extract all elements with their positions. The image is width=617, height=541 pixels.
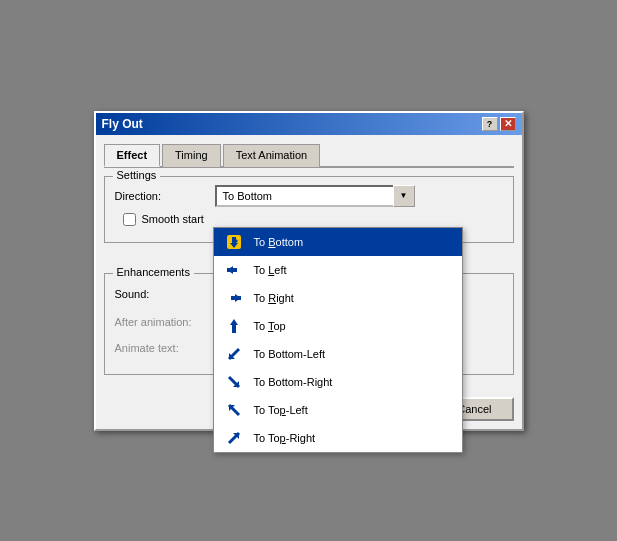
arrow-up-right-icon [222,428,246,448]
direction-row: Direction: To Bottom [115,185,503,207]
settings-group-label: Settings [113,169,161,181]
dropdown-item-to-bottom-left[interactable]: To Bottom-Left [214,340,462,368]
after-animation-label: After animation: [115,316,215,328]
direction-dropdown: To Bottom To Left [213,227,463,453]
item-label-to-bottom: To Bottom [254,236,304,248]
direction-select-wrapper: To Bottom [215,185,415,207]
smooth-start-checkbox[interactable] [123,213,136,226]
smooth-start-row: Smooth start [123,213,503,226]
arrow-up-left-icon [222,400,246,420]
item-label-to-top: To Top [254,320,286,332]
arrow-left-icon [222,260,246,280]
smooth-start-label: Smooth start [142,213,204,225]
arrow-right-icon [222,288,246,308]
svg-marker-7 [235,294,241,302]
tab-bar: Effect Timing Text Animation [104,143,514,168]
dropdown-item-to-bottom[interactable]: To Bottom [214,228,462,256]
arrow-down-icon [222,232,246,252]
item-label-to-top-right: To Top-Right [254,432,316,444]
dropdown-item-to-left[interactable]: To Left [214,256,462,284]
close-button[interactable]: ✕ [500,117,516,131]
title-bar-buttons: ? ✕ [482,117,516,131]
item-label-to-right: To Right [254,292,294,304]
item-label-to-bottom-left: To Bottom-Left [254,348,326,360]
dialog-body: Effect Timing Text Animation Settings Di… [96,135,522,393]
arrow-up-icon [222,316,246,336]
svg-marker-9 [230,319,238,325]
tab-effect[interactable]: Effect [104,144,161,167]
direction-label: Direction: [115,190,215,202]
title-bar: Fly Out ? ✕ [96,113,522,135]
fly-out-dialog: Fly Out ? ✕ Effect Timing Text Animation… [94,111,524,431]
item-label-to-left: To Left [254,264,287,276]
tab-text-animation[interactable]: Text Animation [223,144,321,167]
dropdown-item-to-top[interactable]: To Top [214,312,462,340]
animate-text-label: Animate text: [115,342,215,354]
tab-timing[interactable]: Timing [162,144,221,167]
dropdown-item-to-top-right[interactable]: To Top-Right [214,424,462,452]
enhancements-group-label: Enhancements [113,266,194,278]
dropdown-item-to-right[interactable]: To Right [214,284,462,312]
settings-group: Settings Direction: To Bottom Smooth sta… [104,176,514,243]
dropdown-item-to-bottom-right[interactable]: To Bottom-Right [214,368,462,396]
dropdown-item-to-top-left[interactable]: To Top-Left [214,396,462,424]
svg-marker-5 [227,266,233,274]
arrow-down-left-icon [222,344,246,364]
item-label-to-bottom-right: To Bottom-Right [254,376,333,388]
dialog-title: Fly Out [102,117,143,131]
arrow-down-right-icon [222,372,246,392]
direction-dropdown-arrow[interactable] [393,185,415,207]
direction-display[interactable]: To Bottom [215,185,415,207]
item-label-to-top-left: To Top-Left [254,404,308,416]
help-button[interactable]: ? [482,117,498,131]
sound-label: Sound: [115,288,215,300]
